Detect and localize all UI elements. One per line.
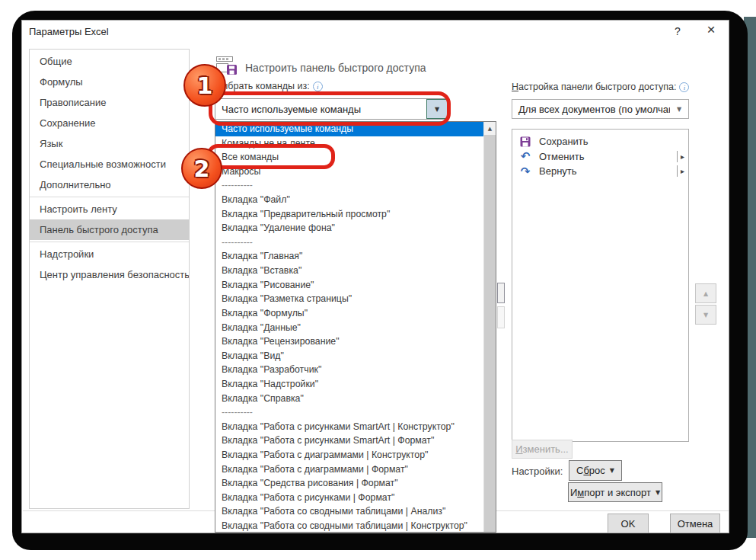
- remove-button-partial[interactable]: [497, 306, 505, 328]
- qat-item-label: Вернуть: [539, 165, 577, 177]
- redo-icon: ↷: [518, 166, 532, 177]
- dialog-title: Параметры Excel: [29, 26, 109, 37]
- qat-item-save[interactable]: Сохранить: [512, 134, 688, 149]
- help-icon: ?: [675, 25, 681, 37]
- chevron-down-icon: ▼: [670, 106, 688, 113]
- chevron-down-icon: ▼: [610, 467, 614, 474]
- import-export-button[interactable]: Импорт и экспорт ▼: [568, 482, 662, 502]
- dropdown-option[interactable]: Вкладка "Удаление фона": [215, 221, 483, 235]
- dropdown-option[interactable]: Вкладка "Рисование": [215, 278, 483, 293]
- dropdown-option[interactable]: Вкладка "Работа с рисунками SmartArt | Ф…: [215, 434, 483, 448]
- section-title: Настроить панель быстрого доступа: [245, 62, 426, 74]
- sidebar-divider: [30, 242, 189, 242]
- customize-qat-label: Настройка панели быстрого доступа:i: [512, 82, 689, 92]
- dropdown-separator: ----------: [215, 405, 483, 420]
- chevron-down-icon: ▼: [656, 489, 660, 496]
- sidebar-item-advanced[interactable]: Дополнительно: [30, 174, 189, 195]
- annotation-highlight-combobox: [209, 91, 451, 126]
- choose-commands-label: Выбрать команды из:i: [215, 81, 323, 91]
- annotation-step-2-badge: 2: [181, 148, 222, 189]
- dropdown-option[interactable]: Вкладка "Главная": [215, 249, 483, 264]
- dropdown-option[interactable]: Вкладка "Формулы": [215, 306, 483, 321]
- sidebar-divider: [30, 197, 189, 197]
- move-down-button[interactable]: ▼: [695, 305, 716, 325]
- arrow-down-icon: ▼: [703, 312, 708, 318]
- sidebar-item-trust-center[interactable]: Центр управления безопасностью: [30, 264, 189, 285]
- dropdown-option[interactable]: Вкладка "Вид": [215, 349, 483, 363]
- annotation-step-1-badge: 1: [183, 64, 226, 107]
- close-icon: ×: [707, 21, 715, 38]
- qat-item-label: Отменить: [539, 151, 584, 162]
- dropdown-option[interactable]: Вкладка "Средства рисования | Формат": [215, 476, 483, 491]
- dropdown-option[interactable]: Вкладка "Предварительный просмотр": [215, 207, 483, 222]
- sidebar-item-customize-ribbon[interactable]: Настроить ленту: [30, 199, 189, 219]
- reset-button[interactable]: Сброс ▼: [569, 460, 622, 481]
- undo-icon: ↶: [518, 151, 532, 162]
- combobox-value: Для всех документов (по умолчан...: [512, 104, 670, 115]
- scroll-up-button[interactable]: ▲: [484, 122, 496, 135]
- arrow-up-icon: ▲: [703, 290, 708, 297]
- commands-dropdown-list: Часто используемые команды Команды не на…: [215, 121, 496, 533]
- dropdown-option[interactable]: Вкладка "Работа со сводными таблицами | …: [215, 504, 483, 519]
- dropdown-option[interactable]: Вкладка "Справка": [215, 392, 483, 406]
- settings-label: Настройки:: [512, 466, 563, 477]
- qat-scope-combobox[interactable]: Для всех документов (по умолчан... ▼: [512, 99, 689, 119]
- dropdown-option[interactable]: Вкладка "Вставка": [215, 264, 483, 278]
- flyout-arrow-icon[interactable]: ▸: [677, 151, 684, 162]
- ok-button[interactable]: OK: [608, 514, 649, 533]
- options-nav-sidebar: Общие Формулы Правописание Сохранение Яз…: [29, 49, 190, 509]
- save-icon: [518, 136, 532, 147]
- annotation-highlight-all-commands: [207, 144, 335, 169]
- dropdown-option[interactable]: Вкладка "Рецензирование": [215, 334, 483, 349]
- sidebar-item-language[interactable]: Язык: [30, 133, 189, 154]
- info-icon[interactable]: i: [313, 82, 323, 91]
- close-button[interactable]: ×: [702, 21, 720, 38]
- dropdown-option[interactable]: Вкладка "Файл": [215, 193, 483, 207]
- qat-item-undo[interactable]: ↶ Отменить ▸: [512, 149, 688, 165]
- flyout-arrow-icon[interactable]: ▸: [677, 165, 684, 177]
- sidebar-item-accessibility[interactable]: Специальные возможности: [30, 154, 189, 174]
- qat-item-label: Сохранить: [539, 136, 589, 147]
- dropdown-option[interactable]: Вкладка "Работа с рисунками | Формат": [215, 491, 483, 505]
- help-button[interactable]: ?: [668, 23, 687, 40]
- chevron-up-icon: ▲: [488, 126, 492, 132]
- dropdown-scrollbar[interactable]: ▲: [483, 122, 496, 532]
- dropdown-option[interactable]: Вкладка "Работа со сводными таблицами | …: [215, 519, 483, 533]
- cancel-button[interactable]: Отмена: [670, 514, 720, 533]
- screenshot-root: Параметры Excel ? × Общие Формулы Правоп…: [0, 0, 756, 560]
- dropdown-option[interactable]: Вкладка "Разметка страницы": [215, 292, 483, 306]
- dropdown-option[interactable]: Вкладка "Надстройки": [215, 377, 483, 392]
- add-button-partial[interactable]: [497, 283, 505, 303]
- dropdown-option[interactable]: Вкладка "Работа с рисунками SmartArt | К…: [215, 420, 483, 434]
- sidebar-item-save[interactable]: Сохранение: [30, 113, 189, 133]
- dropdown-option[interactable]: Вкладка "Работа с диаграммами | Формат": [215, 462, 483, 477]
- dropdown-option[interactable]: Вкладка "Данные": [215, 321, 483, 335]
- sidebar-item-formulas[interactable]: Формулы: [30, 72, 189, 92]
- sidebar-item-addins[interactable]: Надстройки: [30, 244, 189, 264]
- dropdown-option[interactable]: Вкладка "Разработчик": [215, 363, 483, 377]
- qat-items-listbox: Сохранить ↶ Отменить ▸ ↷ Вернуть ▸: [512, 129, 689, 442]
- sidebar-item-general[interactable]: Общие: [30, 51, 189, 72]
- sidebar-item-quick-access-toolbar[interactable]: Панель быстрого доступа: [30, 219, 189, 240]
- modify-button: Изменить...: [512, 440, 573, 459]
- sidebar-item-proofing[interactable]: Правописание: [30, 92, 189, 113]
- dropdown-separator: ----------: [215, 235, 483, 250]
- info-icon[interactable]: i: [679, 82, 689, 92]
- dropdown-option[interactable]: Вкладка "Работа с диаграммами | Конструк…: [215, 448, 483, 462]
- qat-item-redo[interactable]: ↷ Вернуть ▸: [512, 164, 688, 179]
- dropdown-separator: ----------: [215, 178, 483, 193]
- move-up-button[interactable]: ▲: [695, 283, 716, 303]
